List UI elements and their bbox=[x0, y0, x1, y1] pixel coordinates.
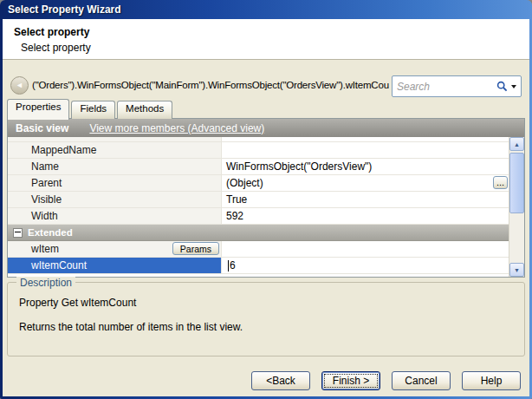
back-arrow-icon: ◄ bbox=[16, 82, 23, 89]
description-group: Description Property Get wItemCount Retu… bbox=[7, 282, 525, 356]
group-row-extended[interactable]: Extended bbox=[8, 225, 509, 241]
scroll-up-icon: ▲ bbox=[514, 141, 520, 147]
property-value: 592 bbox=[226, 210, 243, 222]
property-name-cell: Visible bbox=[8, 192, 222, 207]
property-name-cell: Width bbox=[8, 208, 222, 224]
table-row-witemcount[interactable]: wItemCount 6 bbox=[8, 258, 509, 274]
scroll-down-icon: ▼ bbox=[514, 267, 520, 273]
property-name: wItemCount bbox=[31, 259, 87, 271]
property-grid: MappedName Name WinFormsObject("OrdersVi… bbox=[8, 137, 509, 277]
table-row-name[interactable]: Name WinFormsObject("OrdersView") bbox=[8, 159, 509, 175]
params-button[interactable]: Params bbox=[172, 242, 219, 255]
ellipsis-button[interactable]: ... bbox=[493, 176, 508, 189]
object-toolbar: ◄ ("Orders").WinFormsObject("MainForm").… bbox=[3, 59, 529, 97]
search-controls bbox=[496, 81, 521, 92]
collapse-icon[interactable] bbox=[13, 228, 23, 238]
scroll-up-button[interactable]: ▲ bbox=[509, 137, 524, 151]
property-name: Parent bbox=[31, 177, 62, 189]
property-name: Visible bbox=[31, 193, 62, 206]
table-row-witem[interactable]: wItem Params bbox=[8, 241, 509, 258]
object-path: ("Orders").WinFormsObject("MainForm").Wi… bbox=[32, 80, 389, 90]
property-value-cell bbox=[222, 137, 509, 141]
advanced-view-link[interactable]: View more members (Advanced view) bbox=[89, 122, 264, 134]
scroll-down-button[interactable]: ▼ bbox=[509, 263, 524, 277]
description-text: Returns the total number of items in the… bbox=[19, 321, 243, 333]
property-name: wItem bbox=[31, 243, 59, 255]
description-signature: Property Get wItemCount bbox=[19, 297, 136, 309]
property-name-cell: Parent bbox=[8, 175, 222, 191]
table-row-width[interactable]: Width 592 bbox=[8, 208, 509, 225]
select-property-wizard-window: Select Property Wizard Select property S… bbox=[0, 0, 532, 399]
property-value-cell: WinFormsObject("OrdersView") bbox=[222, 159, 509, 174]
property-value-cell: 592 bbox=[222, 208, 509, 224]
tab-properties[interactable]: Properties bbox=[7, 99, 69, 120]
property-value: 6 bbox=[230, 259, 236, 271]
property-name-cell: wItemCount bbox=[8, 258, 222, 273]
cancel-button[interactable]: Cancel bbox=[392, 371, 451, 390]
navigate-back-button[interactable]: ◄ bbox=[10, 76, 29, 95]
title-bar[interactable]: Select Property Wizard bbox=[0, 0, 532, 19]
search-dropdown-icon[interactable] bbox=[511, 85, 516, 88]
property-value-cell[interactable]: 6 bbox=[222, 258, 509, 273]
property-name-cell: Name bbox=[8, 159, 222, 174]
property-value-cell bbox=[222, 241, 509, 257]
tab-strip: Properties Fields Methods bbox=[7, 101, 174, 119]
property-name-cell: MappedName bbox=[8, 142, 222, 158]
tab-fields[interactable]: Fields bbox=[71, 101, 115, 119]
window-title: Select Property Wizard bbox=[8, 3, 121, 16]
wizard-step-title: Select property bbox=[14, 26, 89, 38]
properties-panel: Basic view View more members (Advanced v… bbox=[7, 118, 525, 278]
property-name-cell: wItem Params bbox=[8, 241, 222, 257]
dialog-body: Select property Select property ◄ ("Orde… bbox=[3, 19, 529, 396]
property-value-cell bbox=[222, 142, 509, 158]
wizard-header: Select property Select property bbox=[3, 19, 529, 60]
property-name: Width bbox=[31, 210, 58, 222]
finish-button[interactable]: Finish > bbox=[321, 371, 380, 390]
tab-methods[interactable]: Methods bbox=[117, 101, 172, 119]
property-value-cell: (Object) ... bbox=[222, 175, 509, 191]
search-box[interactable] bbox=[392, 75, 522, 97]
property-value: (Object) bbox=[226, 177, 263, 189]
property-value: WinFormsObject("OrdersView") bbox=[226, 160, 372, 173]
table-row-mappedname[interactable]: MappedName bbox=[8, 142, 509, 159]
search-input[interactable] bbox=[393, 81, 496, 93]
table-row-parent[interactable]: Parent (Object) ... bbox=[8, 175, 509, 192]
dialog-buttons: <Back Finish > Cancel Help bbox=[3, 371, 529, 390]
view-mode-label: Basic view bbox=[16, 122, 68, 134]
description-group-label: Description bbox=[16, 277, 75, 289]
back-button[interactable]: <Back bbox=[251, 371, 310, 390]
property-value: True bbox=[226, 193, 247, 206]
help-button[interactable]: Help bbox=[462, 371, 521, 390]
vertical-scrollbar[interactable]: ▲ ▼ bbox=[509, 137, 524, 277]
scrollbar-thumb[interactable] bbox=[509, 153, 524, 213]
property-name-cell bbox=[8, 137, 222, 141]
table-row-visible[interactable]: Visible True bbox=[8, 192, 509, 208]
wizard-step-subtitle: Select property bbox=[21, 42, 91, 54]
view-header: Basic view View more members (Advanced v… bbox=[8, 119, 524, 137]
property-name: Name bbox=[31, 160, 59, 173]
text-caret bbox=[228, 260, 229, 271]
property-name: MappedName bbox=[31, 144, 96, 156]
property-value-cell: True bbox=[222, 192, 509, 207]
search-icon[interactable] bbox=[496, 81, 508, 92]
group-label: Extended bbox=[28, 227, 73, 238]
